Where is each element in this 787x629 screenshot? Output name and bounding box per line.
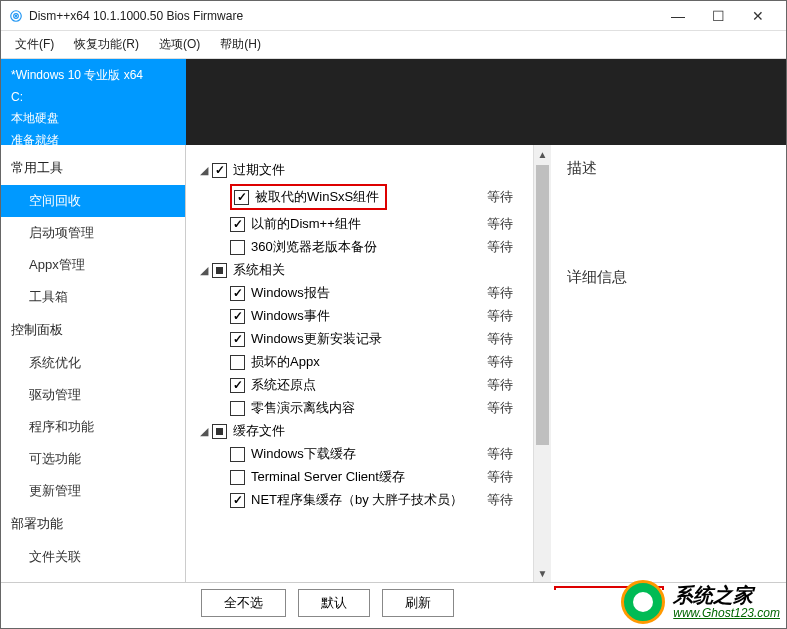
- sidebar-item-startup[interactable]: 启动项管理: [1, 217, 185, 249]
- scroll-down-icon[interactable]: ▼: [534, 564, 551, 582]
- tree-item-label: Windows事件: [251, 307, 523, 325]
- tree-item-report[interactable]: Windows报告 等待: [230, 284, 523, 302]
- tree-item-updatelog[interactable]: Windows更新安装记录 等待: [230, 330, 523, 348]
- watermark: 系统之家 www.Ghost123.com: [621, 580, 780, 624]
- tree-item-restore[interactable]: 系统还原点 等待: [230, 376, 523, 394]
- tree-item-label: Windows更新安装记录: [251, 330, 523, 348]
- checkbox[interactable]: [230, 240, 245, 255]
- checkbox[interactable]: [230, 332, 245, 347]
- tree-item-events[interactable]: Windows事件 等待: [230, 307, 523, 325]
- checkbox[interactable]: [212, 163, 227, 178]
- tree-item-browser360[interactable]: 360浏览器老版本备份 等待: [230, 238, 523, 256]
- sidebar-item-fileassoc[interactable]: 文件关联: [1, 541, 185, 573]
- menu-recovery[interactable]: 恢复功能(R): [66, 33, 147, 56]
- checkbox[interactable]: [230, 447, 245, 462]
- checkbox[interactable]: [230, 286, 245, 301]
- scrollbar[interactable]: ▲ ▼: [533, 145, 551, 582]
- info-disk: 本地硬盘: [11, 108, 176, 130]
- checkbox[interactable]: [230, 493, 245, 508]
- tree-item-label: Terminal Server Client缓存: [251, 468, 523, 486]
- menu-file[interactable]: 文件(F): [7, 33, 62, 56]
- menubar: 文件(F) 恢复功能(R) 选项(O) 帮助(H): [1, 31, 786, 59]
- checkbox-indeterminate[interactable]: [212, 424, 227, 439]
- watermark-url: www.Ghost123.com: [673, 606, 780, 620]
- tree-item-label: 360浏览器老版本备份: [251, 238, 523, 256]
- info-os: *Windows 10 专业版 x64: [11, 65, 176, 87]
- sidebar-item-appx[interactable]: Appx管理: [1, 249, 185, 281]
- tree-item-olddism[interactable]: 以前的Dism++组件 等待: [230, 215, 523, 233]
- scroll-thumb[interactable]: [536, 165, 549, 445]
- refresh-button[interactable]: 刷新: [382, 589, 454, 617]
- titlebar: Dism++x64 10.1.1000.50 Bios Firmware — ☐…: [1, 1, 786, 31]
- cleanup-tree: ◢ 过期文件 被取代的WinSxS组件 等待 以前的Dism++组件 等待 36…: [186, 145, 533, 582]
- sidebar-item-toolbox[interactable]: 工具箱: [1, 281, 185, 313]
- svg-point-0: [15, 14, 17, 16]
- chevron-down-icon[interactable]: ◢: [196, 425, 212, 438]
- tree-item-label: 被取代的WinSxS组件: [255, 188, 379, 206]
- tree-cat-label: 过期文件: [233, 161, 523, 179]
- status-col: 等待: [487, 215, 513, 233]
- chevron-down-icon[interactable]: ◢: [196, 164, 212, 177]
- checkbox[interactable]: [230, 217, 245, 232]
- sidebar-item-driver[interactable]: 驱动管理: [1, 379, 185, 411]
- app-icon: [9, 9, 23, 23]
- tree-item-label: 零售演示离线内容: [251, 399, 523, 417]
- tree-item-retail[interactable]: 零售演示离线内容 等待: [230, 399, 523, 417]
- maximize-button[interactable]: ☐: [698, 2, 738, 30]
- status-col: 等待: [487, 491, 513, 509]
- sidebar-item-space-recovery[interactable]: 空间回收: [1, 185, 185, 217]
- chevron-down-icon[interactable]: ◢: [196, 264, 212, 277]
- status-col: 等待: [487, 468, 513, 486]
- sidebar-item-optional[interactable]: 可选功能: [1, 443, 185, 475]
- info-drive: C:: [11, 87, 176, 109]
- checkbox[interactable]: [230, 401, 245, 416]
- highlight-box: 被取代的WinSxS组件: [230, 184, 387, 210]
- status-col: 等待: [487, 330, 513, 348]
- sidebar-item-programs[interactable]: 程序和功能: [1, 411, 185, 443]
- tree-item-label: 系统还原点: [251, 376, 523, 394]
- sidebar-item-preanswer[interactable]: 预应答: [1, 573, 185, 582]
- window-title: Dism++x64 10.1.1000.50 Bios Firmware: [29, 9, 658, 23]
- default-button[interactable]: 默认: [298, 589, 370, 617]
- tree-cat-cache[interactable]: ◢ 缓存文件: [196, 422, 523, 440]
- tree-cat-expired[interactable]: ◢ 过期文件: [196, 161, 523, 179]
- status-col: 等待: [487, 445, 513, 463]
- tree-item-label: 以前的Dism++组件: [251, 215, 523, 233]
- minimize-button[interactable]: —: [658, 2, 698, 30]
- info-band-wrap: *Windows 10 专业版 x64 C: 本地硬盘 准备就绪: [1, 59, 786, 145]
- checkbox[interactable]: [230, 378, 245, 393]
- tree-item-label: 损坏的Appx: [251, 353, 523, 371]
- tree-item-label: Windows下载缓存: [251, 445, 523, 463]
- tree-item-label: Windows报告: [251, 284, 523, 302]
- tree-item-netcache[interactable]: NET程序集缓存（by 大胖子技术员） 等待: [230, 491, 523, 509]
- checkbox-indeterminate[interactable]: [212, 263, 227, 278]
- status-col: 等待: [487, 307, 513, 325]
- tree-item-brokenappx[interactable]: 损坏的Appx 等待: [230, 353, 523, 371]
- menu-options[interactable]: 选项(O): [151, 33, 208, 56]
- tree-item-label: NET程序集缓存（by 大胖子技术员）: [251, 491, 523, 509]
- checkbox[interactable]: [230, 355, 245, 370]
- tree-cat-system[interactable]: ◢ 系统相关: [196, 261, 523, 279]
- checkbox[interactable]: [230, 309, 245, 324]
- sidebar-group-tools: 常用工具: [1, 151, 185, 185]
- status-col: 等待: [487, 376, 513, 394]
- status-col: 等待: [487, 399, 513, 417]
- sidebar-item-sysopt[interactable]: 系统优化: [1, 347, 185, 379]
- status-col: 等待: [487, 188, 513, 206]
- tree-item-winsxs[interactable]: 被取代的WinSxS组件 等待: [230, 184, 523, 210]
- select-none-button[interactable]: 全不选: [201, 589, 286, 617]
- sidebar-group-deploy: 部署功能: [1, 507, 185, 541]
- checkbox[interactable]: [230, 470, 245, 485]
- tree-item-dlcache[interactable]: Windows下载缓存 等待: [230, 445, 523, 463]
- scroll-up-icon[interactable]: ▲: [534, 145, 551, 163]
- status-col: 等待: [487, 353, 513, 371]
- menu-help[interactable]: 帮助(H): [212, 33, 269, 56]
- tree-cat-label: 系统相关: [233, 261, 523, 279]
- dark-banner: [186, 59, 786, 145]
- watermark-name: 系统之家: [673, 584, 753, 606]
- checkbox[interactable]: [234, 190, 249, 205]
- tree-item-tsclient[interactable]: Terminal Server Client缓存 等待: [230, 468, 523, 486]
- close-button[interactable]: ✕: [738, 2, 778, 30]
- sidebar-item-update[interactable]: 更新管理: [1, 475, 185, 507]
- description-heading: 描述: [567, 159, 770, 178]
